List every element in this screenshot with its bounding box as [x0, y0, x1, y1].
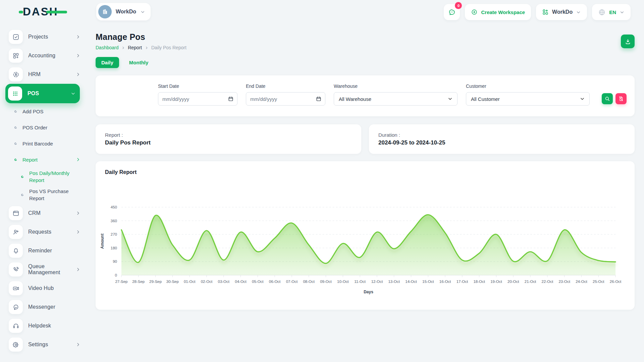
- sidebar-item-hrm[interactable]: HRM: [9, 65, 81, 84]
- svg-text:01-Oct: 01-Oct: [184, 280, 196, 284]
- customer-select[interactable]: All Customer: [466, 92, 590, 106]
- workdo-menu-label: WorkDo: [552, 9, 573, 15]
- main-content: Manage Pos Dashboard›Report›Daily Pos Re…: [86, 24, 644, 362]
- daily-report-area-chart[interactable]: 09018027036045027-Sep28-Sep29-Sep30-Sep0…: [96, 161, 635, 310]
- bullet-icon: [13, 125, 18, 130]
- sidebar-item-add-pos[interactable]: Add POS: [9, 103, 81, 119]
- breadcrumb-dashboard[interactable]: Dashboard: [96, 45, 119, 50]
- headset-icon: [12, 322, 19, 329]
- chevron-down-icon: [448, 97, 452, 101]
- warehouse-select[interactable]: All Warehouse: [334, 92, 458, 106]
- sidebar-item-reminder[interactable]: Reminder: [9, 241, 81, 260]
- reset-button[interactable]: [615, 93, 627, 104]
- tab-daily[interactable]: Daily: [96, 57, 119, 68]
- sidebar-item-crm[interactable]: CRM: [9, 204, 81, 223]
- tab-monthly[interactable]: Monthly: [129, 57, 149, 68]
- app-logo[interactable]: DASH: [23, 5, 58, 18]
- chevron-down-icon: [576, 10, 581, 15]
- warehouse-field: Warehouse All Warehouse: [334, 83, 458, 108]
- end-date-label: End Date: [246, 83, 325, 89]
- workdo-menu-button[interactable]: WorkDo: [536, 4, 587, 20]
- sidebar-item-label: Helpdesk: [28, 323, 81, 329]
- phone-call-icon: [12, 266, 19, 273]
- gear-icon: [12, 341, 19, 348]
- bullet-icon: [13, 158, 18, 162]
- customer-label: Customer: [466, 83, 590, 89]
- download-button[interactable]: [621, 35, 635, 48]
- svg-text:02-Oct: 02-Oct: [201, 280, 213, 284]
- customer-selected-value: All Customer: [471, 96, 500, 102]
- workspace-selector[interactable]: WorkDo: [96, 3, 151, 20]
- sidebar-item-messenger[interactable]: Messenger: [9, 298, 81, 316]
- search-button[interactable]: [602, 93, 613, 104]
- sidebar-item-label: Print Barcode: [22, 138, 81, 149]
- download-icon: [625, 38, 631, 45]
- sidebar-item-requests[interactable]: Requests: [9, 223, 81, 241]
- svg-text:16-Oct: 16-Oct: [439, 280, 451, 284]
- crm-icon: [12, 210, 19, 217]
- sidebar-item-print-barcode[interactable]: Print Barcode: [9, 135, 81, 152]
- chevron-down-icon: [620, 10, 625, 15]
- sidebar-item-settings[interactable]: Settings: [9, 335, 81, 354]
- bullet-icon: [20, 193, 24, 197]
- bullet-icon: [13, 109, 18, 114]
- chevron-down-icon: [580, 97, 585, 101]
- svg-text:17-Oct: 17-Oct: [457, 280, 468, 284]
- svg-text:23-Oct: 23-Oct: [558, 280, 570, 284]
- messages-button[interactable]: 0: [444, 4, 460, 20]
- chat-dots-icon: [448, 8, 456, 16]
- create-workspace-button[interactable]: Create Workspace: [465, 4, 531, 20]
- chevron-right-icon: [75, 267, 81, 272]
- end-date-input[interactable]: [246, 92, 325, 106]
- daily-report-chart-card: Daily Report 09018027036045027-Sep28-Sep…: [96, 161, 635, 310]
- sidebar-item-pos-vs-purchase-report[interactable]: Pos VS Purchase Report: [9, 186, 81, 204]
- grid-plus-icon: [12, 52, 19, 59]
- svg-text:09-Oct: 09-Oct: [320, 280, 332, 284]
- sidebar-item-projects[interactable]: Projects: [9, 27, 81, 46]
- svg-text:22-Oct: 22-Oct: [542, 280, 553, 284]
- reset-icon: [618, 96, 624, 102]
- sidebar-item-accounting[interactable]: Accounting: [9, 46, 81, 65]
- search-icon: [604, 96, 610, 102]
- svg-text:0: 0: [115, 273, 117, 277]
- sidebar-item-pos[interactable]: POS: [5, 84, 80, 103]
- report-summary-label: Report :: [105, 132, 352, 138]
- svg-text:20-Oct: 20-Oct: [507, 280, 519, 284]
- sidebar-item-label: Projects: [28, 34, 75, 40]
- svg-text:450: 450: [111, 205, 117, 209]
- topbar-actions: 0 Create Workspace WorkDo EN: [444, 4, 631, 20]
- filter-form: Start Date End Date Warehouse All Wareho…: [158, 83, 627, 108]
- breadcrumb-report[interactable]: Report: [128, 45, 142, 50]
- svg-text:90: 90: [113, 259, 117, 263]
- sidebar-item-pos-daily-monthly-report[interactable]: Pos Daily/Monthly Report: [9, 168, 81, 186]
- chevron-right-icon: [75, 72, 81, 77]
- sidebar-item-label: Requests: [28, 229, 75, 235]
- sidebar-item-pos-order[interactable]: POS Order: [9, 119, 81, 135]
- svg-text:18-Oct: 18-Oct: [473, 280, 485, 284]
- sidebar-item-report[interactable]: Report: [9, 152, 81, 168]
- svg-text:360: 360: [111, 219, 117, 223]
- language-selector[interactable]: EN: [592, 4, 631, 20]
- svg-text:Days: Days: [364, 290, 373, 294]
- sidebar-item-queue-management[interactable]: Queue Management: [9, 260, 81, 279]
- start-date-input[interactable]: [158, 92, 237, 106]
- language-label: EN: [609, 9, 616, 15]
- svg-text:Amount: Amount: [100, 234, 105, 249]
- sidebar-icon-tile: [9, 206, 23, 220]
- chevron-down-icon: [140, 9, 145, 14]
- breadcrumb: Dashboard›Report›Daily Pos Report: [96, 45, 635, 50]
- chevron-right-icon: [75, 342, 81, 347]
- sidebar-icon-tile: [9, 49, 23, 63]
- svg-text:180: 180: [111, 246, 117, 250]
- grid-plus-icon: [542, 9, 549, 15]
- sidebar-icon-tile: [9, 225, 23, 239]
- sidebar-item-label: Messenger: [28, 304, 81, 310]
- sidebar-item-label: HRM: [28, 71, 75, 77]
- svg-text:30-Sep: 30-Sep: [166, 280, 179, 284]
- chevron-right-icon: [75, 157, 81, 162]
- report-summary-value: Daily Pos Report: [105, 139, 352, 146]
- chevron-right-icon: [75, 53, 81, 58]
- sidebar-item-video-hub[interactable]: Video Hub: [9, 279, 81, 298]
- video-icon: [12, 285, 19, 292]
- sidebar-item-helpdesk[interactable]: Helpdesk: [9, 316, 81, 335]
